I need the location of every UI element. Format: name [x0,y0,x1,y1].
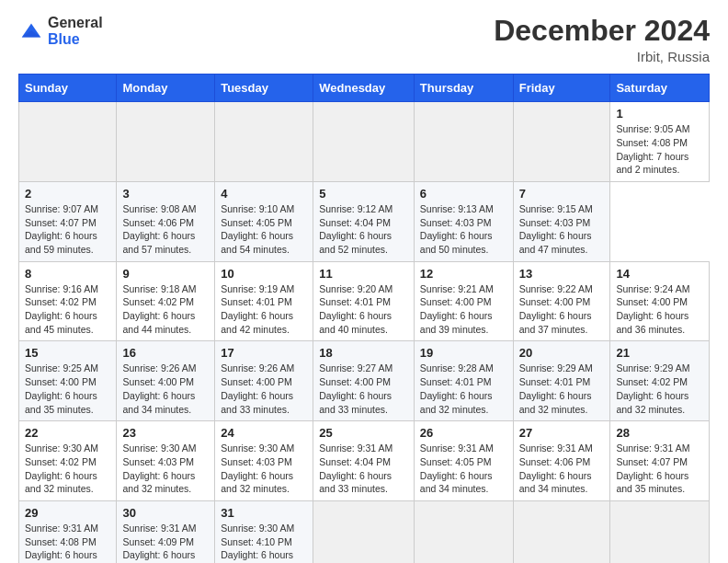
day-number: 8 [25,267,110,281]
title-block: December 2024 Irbit, Russia [494,15,710,64]
day-cell: 8Sunrise: 9:16 AMSunset: 4:02 PMDaylight… [19,261,117,341]
day-number: 30 [122,506,209,520]
day-cell: 21Sunrise: 9:29 AMSunset: 4:02 PMDayligh… [610,341,710,421]
day-info: Sunrise: 9:30 AMSunset: 4:02 PMDaylight:… [25,442,110,496]
empty-cell [19,102,117,182]
day-of-week-wednesday: Wednesday [313,75,415,102]
day-cell: 11Sunrise: 9:20 AMSunset: 4:01 PMDayligh… [313,261,415,341]
logo: General Blue [18,15,103,47]
day-number: 15 [25,346,110,360]
day-info: Sunrise: 9:20 AMSunset: 4:01 PMDaylight:… [319,282,408,337]
day-number: 23 [122,426,209,440]
calendar-week-row: 1Sunrise: 9:05 AMSunset: 4:08 PMDaylight… [19,102,710,182]
day-info: Sunrise: 9:21 AMSunset: 4:00 PMDaylight:… [420,282,507,337]
day-number: 13 [519,267,605,281]
day-info: Sunrise: 9:30 AMSunset: 4:03 PMDaylight:… [221,442,307,496]
day-info: Sunrise: 9:31 AMSunset: 4:04 PMDaylight:… [319,442,408,496]
day-number: 29 [25,506,110,520]
day-info: Sunrise: 9:08 AMSunset: 4:06 PMDaylight:… [122,202,209,257]
empty-cell [513,500,610,563]
day-number: 14 [616,267,703,281]
day-cell: 18Sunrise: 9:27 AMSunset: 4:00 PMDayligh… [313,341,415,421]
day-cell: 20Sunrise: 9:29 AMSunset: 4:01 PMDayligh… [513,341,610,421]
empty-cell [610,500,710,563]
empty-cell [215,102,313,182]
day-number: 19 [420,346,507,360]
day-cell: 13Sunrise: 9:22 AMSunset: 4:00 PMDayligh… [513,261,610,341]
day-cell: 16Sunrise: 9:26 AMSunset: 4:00 PMDayligh… [117,341,215,421]
logo-icon [18,18,44,44]
page-header: General Blue December 2024 Irbit, Russia [18,15,710,64]
day-number: 16 [122,346,209,360]
calendar-week-row: 2Sunrise: 9:07 AMSunset: 4:07 PMDaylight… [19,181,710,261]
day-info: Sunrise: 9:31 AMSunset: 4:07 PMDaylight:… [616,442,703,496]
day-of-week-tuesday: Tuesday [215,75,313,102]
day-number: 9 [122,267,209,281]
day-info: Sunrise: 9:16 AMSunset: 4:02 PMDaylight:… [25,282,110,337]
day-cell: 2Sunrise: 9:07 AMSunset: 4:07 PMDaylight… [19,181,117,261]
day-info: Sunrise: 9:24 AMSunset: 4:00 PMDaylight:… [616,282,703,337]
day-cell: 15Sunrise: 9:25 AMSunset: 4:00 PMDayligh… [19,341,117,421]
day-cell: 10Sunrise: 9:19 AMSunset: 4:01 PMDayligh… [215,261,313,341]
day-info: Sunrise: 9:12 AMSunset: 4:04 PMDaylight:… [319,202,408,257]
day-info: Sunrise: 9:13 AMSunset: 4:03 PMDaylight:… [420,202,507,257]
day-cell: 25Sunrise: 9:31 AMSunset: 4:04 PMDayligh… [313,421,415,501]
empty-cell [513,102,610,182]
month-title: December 2024 [494,15,710,47]
day-of-week-friday: Friday [513,75,610,102]
calendar-week-row: 8Sunrise: 9:16 AMSunset: 4:02 PMDaylight… [19,261,710,341]
day-info: Sunrise: 9:29 AMSunset: 4:01 PMDaylight:… [519,362,605,416]
day-info: Sunrise: 9:10 AMSunset: 4:05 PMDaylight:… [221,202,307,257]
day-cell: 29Sunrise: 9:31 AMSunset: 4:08 PMDayligh… [19,500,117,563]
day-number: 3 [122,187,209,201]
day-info: Sunrise: 9:26 AMSunset: 4:00 PMDaylight:… [122,362,209,416]
day-info: Sunrise: 9:19 AMSunset: 4:01 PMDaylight:… [221,282,307,337]
day-cell: 6Sunrise: 9:13 AMSunset: 4:03 PMDaylight… [414,181,513,261]
empty-cell [313,500,415,563]
calendar-page: General Blue December 2024 Irbit, Russia… [0,0,728,563]
day-number: 21 [616,346,703,360]
day-info: Sunrise: 9:30 AMSunset: 4:03 PMDaylight:… [122,442,209,496]
day-number: 24 [221,426,307,440]
day-cell: 22Sunrise: 9:30 AMSunset: 4:02 PMDayligh… [19,421,117,501]
day-cell: 9Sunrise: 9:18 AMSunset: 4:02 PMDaylight… [117,261,215,341]
day-number: 25 [319,426,408,440]
day-number: 4 [221,187,307,201]
day-number: 5 [319,187,408,201]
day-number: 17 [221,346,307,360]
day-cell: 27Sunrise: 9:31 AMSunset: 4:06 PMDayligh… [513,421,610,501]
day-info: Sunrise: 9:26 AMSunset: 4:00 PMDaylight:… [221,362,307,416]
day-cell: 31Sunrise: 9:30 AMSunset: 4:10 PMDayligh… [215,500,313,563]
day-info: Sunrise: 9:15 AMSunset: 4:03 PMDaylight:… [519,202,605,257]
day-cell: 5Sunrise: 9:12 AMSunset: 4:04 PMDaylight… [313,181,415,261]
day-info: Sunrise: 9:05 AMSunset: 4:08 PMDaylight:… [616,122,703,177]
logo-text: General Blue [48,15,103,47]
day-number: 11 [319,267,408,281]
day-cell: 30Sunrise: 9:31 AMSunset: 4:09 PMDayligh… [117,500,215,563]
day-info: Sunrise: 9:18 AMSunset: 4:02 PMDaylight:… [122,282,209,337]
day-number: 2 [25,187,110,201]
day-info: Sunrise: 9:31 AMSunset: 4:06 PMDaylight:… [519,442,605,496]
day-info: Sunrise: 9:30 AMSunset: 4:10 PMDaylight:… [221,522,307,563]
day-number: 18 [319,346,408,360]
day-number: 26 [420,426,507,440]
day-cell: 28Sunrise: 9:31 AMSunset: 4:07 PMDayligh… [610,421,710,501]
day-cell: 7Sunrise: 9:15 AMSunset: 4:03 PMDaylight… [513,181,610,261]
day-cell: 1Sunrise: 9:05 AMSunset: 4:08 PMDaylight… [610,102,710,182]
day-number: 7 [519,187,605,201]
day-cell: 24Sunrise: 9:30 AMSunset: 4:03 PMDayligh… [215,421,313,501]
day-info: Sunrise: 9:31 AMSunset: 4:09 PMDaylight:… [122,522,209,563]
day-number: 6 [420,187,507,201]
day-cell: 19Sunrise: 9:28 AMSunset: 4:01 PMDayligh… [414,341,513,421]
day-number: 10 [221,267,307,281]
calendar-week-row: 29Sunrise: 9:31 AMSunset: 4:08 PMDayligh… [19,500,710,563]
day-number: 27 [519,426,605,440]
day-of-week-thursday: Thursday [414,75,513,102]
calendar-week-row: 22Sunrise: 9:30 AMSunset: 4:02 PMDayligh… [19,421,710,501]
day-number: 1 [616,107,703,121]
day-number: 31 [221,506,307,520]
empty-cell [117,102,215,182]
day-info: Sunrise: 9:31 AMSunset: 4:05 PMDaylight:… [420,442,507,496]
empty-cell [313,102,415,182]
day-cell: 14Sunrise: 9:24 AMSunset: 4:00 PMDayligh… [610,261,710,341]
